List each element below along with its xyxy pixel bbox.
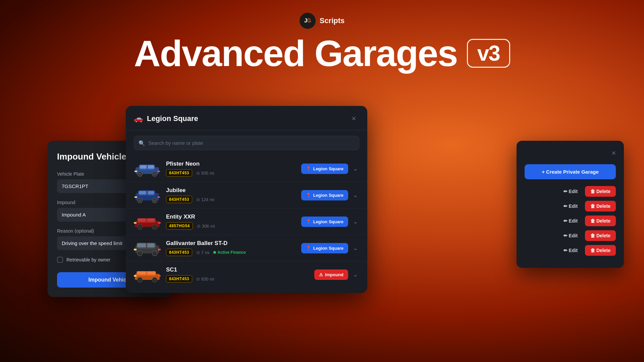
mileage: ⊙ 124 mi [196,197,214,202]
expand-button[interactable]: ⌄ [352,269,359,280]
svg-rect-33 [147,243,155,247]
location-button[interactable]: 📍 Legion Square [301,243,348,253]
car-baller-svg [134,240,161,256]
svg-rect-48 [134,275,137,277]
garage-icon: 🚗 [134,114,143,123]
vehicle-row: Pfister Neon 843HT453 ⊙ 935 mi 📍 Legion … [126,156,367,182]
vehicle-row: Jubilee 843HT453 ⊙ 124 mi 📍 Legion Squar… [126,182,367,208]
plate-badge: 4857HG54 [166,222,193,230]
title-text: Advanced Garages [134,35,458,72]
pin-icon: 📍 [306,193,311,198]
svg-rect-9 [157,171,160,172]
delete-button[interactable]: 🗑 Delete [585,186,616,197]
plate-badge: 843HT453 [166,275,192,283]
edit-button[interactable]: ✏ Edit [559,201,582,212]
svg-point-35 [139,252,141,255]
svg-rect-42 [137,272,146,275]
svg-rect-13 [148,191,154,194]
expand-button[interactable]: ⌄ [352,164,359,174]
svg-rect-43 [147,272,155,275]
vehicle-image [134,187,161,203]
vehicle-meta: 4857HG54 ⊙ 306 mi [166,222,296,230]
logo-j: J [304,18,307,24]
svg-rect-8 [135,171,137,172]
mileage: ⊙ 7 mi [196,250,209,255]
logo-g: G [307,18,311,24]
vehicle-row: Gallivanter Baller ST-D 843HT453 ⊙ 7 mi … [126,235,367,261]
delete-button[interactable]: 🗑 Delete [585,230,616,241]
delete-button[interactable]: 🗑 Delete [585,216,616,226]
svg-rect-18 [135,196,137,198]
vehicle-info: Entity XXR 4857HG54 ⊙ 306 mi [166,214,296,230]
edit-button[interactable]: ✏ Edit [559,230,582,241]
garage-title-row: 🚗 Legion Square [134,114,198,123]
vehicle-image [134,160,161,177]
edit-button[interactable]: ✏ Edit [559,245,582,256]
logo-badge: JG [300,13,316,29]
search-icon: 🔍 [139,140,145,146]
vehicle-actions: 📍 Legion Square ⌄ [301,164,359,174]
retrievable-checkbox[interactable] [57,257,63,263]
pin-icon: 📍 [306,246,311,251]
svg-point-5 [139,173,141,175]
svg-point-47 [153,279,156,281]
right-panel-header: × [525,149,616,158]
plate-badge: 843HT453 [166,249,192,256]
vehicle-row: Entity XXR 4857HG54 ⊙ 306 mi 📍 Legion Sq… [126,208,367,235]
delete-button[interactable]: 🗑 Delete [585,201,616,212]
edit-button[interactable]: ✏ Edit [559,216,582,226]
main-title: Advanced Garages v3 [134,35,510,72]
garage-close-button[interactable]: × [348,113,359,124]
pin-icon: 📍 [306,219,311,224]
delete-button[interactable]: 🗑 Delete [585,245,616,256]
vehicle-info: Gallivanter Baller ST-D 843HT453 ⊙ 7 mi … [166,240,296,256]
svg-point-7 [153,173,156,175]
logo-row: JG Scripts [300,13,345,29]
svg-point-45 [139,279,141,281]
search-input[interactable] [134,136,359,150]
svg-rect-28 [134,222,137,224]
pin-icon: 📍 [306,166,311,171]
vehicle-info: Jubilee 843HT453 ⊙ 124 mi [166,187,296,203]
vehicle-meta: 843HT453 ⊙ 7 mi Active Finance [166,249,296,256]
vehicle-meta: 843HT453 ⊙ 124 mi [166,196,296,203]
svg-rect-49 [158,275,161,277]
create-private-garage-button[interactable]: + Create Private Garage [525,164,616,179]
location-button[interactable]: 📍 Legion Square [301,190,348,200]
svg-rect-22 [138,219,146,222]
svg-rect-23 [147,219,155,222]
right-close-button[interactable]: × [611,149,616,158]
location-button[interactable]: 📍 Legion Square [301,164,348,174]
vehicle-info: SC1 843HT453 ⊙ 830 mi [166,266,309,283]
garage-panel: 🚗 Legion Square × 🔍 [126,106,367,293]
location-button[interactable]: 📍 Legion Square [301,217,348,227]
expand-button[interactable]: ⌄ [352,217,359,227]
impound-status-button[interactable]: ⚠ Impound [314,269,348,280]
vehicle-image [134,213,161,230]
svg-rect-3 [148,165,154,169]
vehicle-name: Pfister Neon [166,161,296,167]
mileage: ⊙ 935 mi [196,171,214,176]
expand-button[interactable]: ⌄ [352,190,359,200]
edit-button[interactable]: ✏ Edit [559,186,582,197]
vehicle-name: Jubilee [166,187,296,194]
svg-point-37 [153,252,156,255]
expand-button[interactable]: ⌄ [352,243,359,253]
vehicle-name: Gallivanter Baller ST-D [166,240,296,247]
mileage: ⊙ 306 mi [197,224,215,229]
finance-badge: Active Finance [213,250,246,255]
garage-name: Legion Square [147,114,198,123]
green-dot-icon [213,251,216,254]
svg-rect-32 [137,243,146,247]
car-pfister-neon-svg [134,161,161,177]
svg-rect-19 [157,196,160,198]
vehicle-actions: ⚠ Impound ⌄ [314,269,359,280]
retrievable-label: Retrievable by owner [66,257,111,262]
header: JG Scripts Advanced Garages v3 [0,13,644,72]
garage-header: 🚗 Legion Square × [126,106,367,130]
action-row: ✏ Edit 🗑 Delete [525,186,616,197]
svg-point-15 [139,199,141,202]
plate-badge: 843HT453 [166,169,192,177]
vehicle-actions: 📍 Legion Square ⌄ [301,243,359,253]
action-row: ✏ Edit 🗑 Delete [525,216,616,226]
